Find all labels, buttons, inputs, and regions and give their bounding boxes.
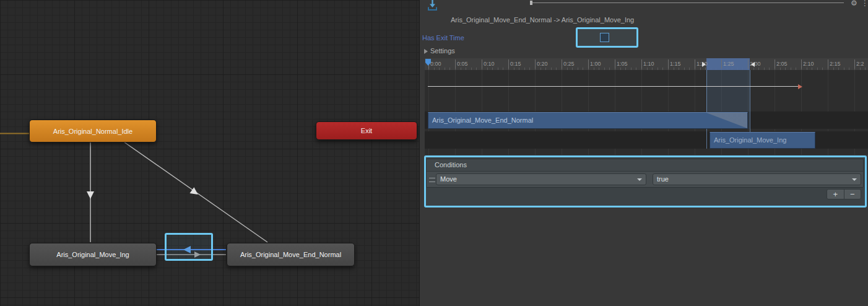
clip-bar-move-end-normal[interactable]: Aris_Original_Move_End_Normal <box>428 112 748 129</box>
transition-icon <box>427 0 438 12</box>
animator-window: Aris_Original_Normal_Idle Exit Aris_Orig… <box>0 0 868 306</box>
timeline-tick-label: 2:05 <box>775 59 788 69</box>
transition-title: Aris_Original_Move_End_Normal -> Aris_Or… <box>451 16 634 24</box>
timeline-tick-label: 1:05 <box>615 59 628 69</box>
condition-parameter-dropdown[interactable]: Move <box>436 173 646 185</box>
condition-value-dropdown[interactable]: true <box>653 173 861 185</box>
timeline-tick-label: 0:15 <box>508 59 521 69</box>
conditions-footer-buttons: + − <box>827 189 861 199</box>
state-node-label: Aris_Original_Move_End_Normal <box>240 251 341 258</box>
timeline-tick-label: 2:2 <box>854 59 864 69</box>
timeline-tick-label: 0:10 <box>482 59 495 69</box>
state-node-normal-idle[interactable]: Aris_Original_Normal_Idle <box>29 120 157 142</box>
has-exit-time-label: Has Exit Time <box>422 34 464 42</box>
clip-fade-out-region <box>706 113 747 128</box>
header-slider-handle[interactable] <box>530 1 532 5</box>
settings-foldout-icon[interactable] <box>424 49 428 54</box>
state-node-label: Aris_Original_Normal_Idle <box>53 128 132 135</box>
settings-foldout-label[interactable]: Settings <box>430 47 455 55</box>
transition-end-handle[interactable] <box>751 62 755 67</box>
conditions-header: Conditions <box>435 161 467 168</box>
blend-curve-arrow-icon <box>798 84 802 89</box>
clip-bar-label: Aris_Original_Move_End_Normal <box>432 116 533 124</box>
state-node-move-end-normal[interactable]: Aris_Original_Move_End_Normal <box>227 243 355 266</box>
timeline-tick-label: 1:10 <box>641 59 654 69</box>
transition-start-line[interactable] <box>706 70 707 149</box>
timeline-tick-label: 1:15 <box>668 59 681 69</box>
header-slider-track[interactable] <box>532 2 844 3</box>
timeline-tick-label: 0:05 <box>455 59 468 69</box>
clip-bar-move-ing[interactable]: Aris_Original_Move_Ing <box>710 132 815 149</box>
animator-graph-canvas[interactable]: Aris_Original_Normal_Idle Exit Aris_Orig… <box>0 0 419 306</box>
tutorial-highlight-has-exit-time <box>576 27 638 48</box>
timeline-ruler[interactable]: 0:000:050:100:150:200:251:001:051:101:15… <box>425 58 868 71</box>
state-node-move-ing[interactable]: Aris_Original_Move_Ing <box>29 243 157 266</box>
more-options-icon[interactable]: ⋮ <box>861 0 868 7</box>
gear-icon[interactable]: ⚙ <box>851 0 857 7</box>
inspector-panel: ⚙ ⋮ Aris_Original_Move_End_Normal -> Ari… <box>419 0 868 306</box>
transition-start-handle[interactable] <box>702 62 706 67</box>
timeline-tick-label: 0:25 <box>562 59 575 69</box>
blend-curve-line <box>428 86 799 87</box>
add-condition-button[interactable]: + <box>827 190 844 199</box>
state-node-exit[interactable]: Exit <box>316 121 417 140</box>
timeline-tick-label: 2:15 <box>828 59 841 69</box>
tutorial-highlight-transition-arrow <box>165 233 213 261</box>
clip-bar-label: Aris_Original_Move_Ing <box>714 136 786 144</box>
condition-drag-handle[interactable] <box>429 178 435 182</box>
timeline-tick-label: 2:10 <box>801 59 814 69</box>
timeline-tick-label: 1:25 <box>721 59 734 69</box>
timeline-tick-label: 0:20 <box>535 59 548 69</box>
remove-condition-button[interactable]: − <box>844 190 861 199</box>
state-node-label: Aris_Original_Move_Ing <box>56 251 129 258</box>
transition-arrow-down[interactable] <box>87 191 94 199</box>
state-node-label: Exit <box>361 127 372 134</box>
timeline-tick-label: 1:00 <box>588 59 601 69</box>
